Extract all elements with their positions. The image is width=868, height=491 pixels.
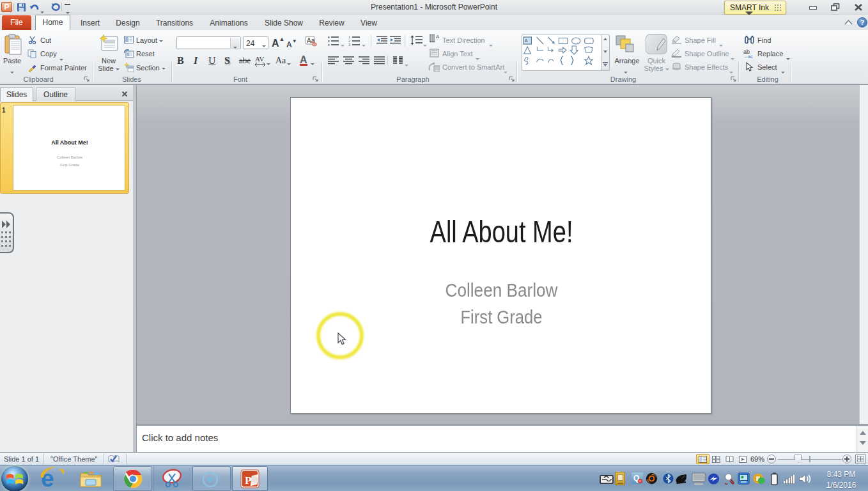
svg-text:A: A — [436, 34, 440, 40]
svg-text:P: P — [245, 474, 251, 487]
svg-text:→ac: →ac — [743, 54, 753, 58]
svg-text:3: 3 — [348, 43, 350, 46]
